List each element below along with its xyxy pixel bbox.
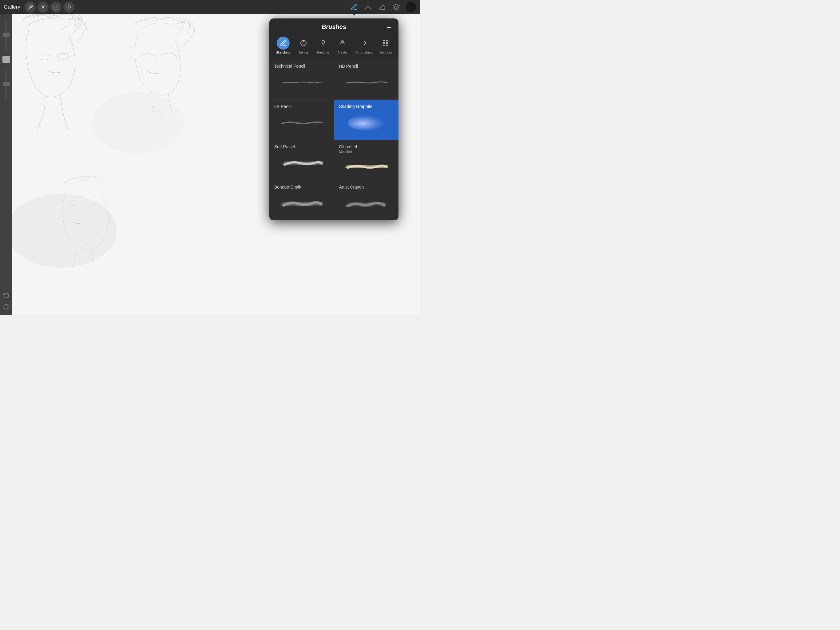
- brush-oil-pastel-name: Oil pastel: [339, 144, 394, 149]
- brush-technical-pencil[interactable]: Technical Pencil: [269, 59, 334, 99]
- tab-artistic[interactable]: Artistic: [333, 35, 351, 55]
- brush-soft-pastel[interactable]: Soft Pastel: [269, 140, 334, 180]
- brush-oil-pastel-sub: Modified: [339, 150, 394, 154]
- svg-rect-12: [386, 41, 388, 43]
- tab-airbrushing-label: Airbrushing: [355, 51, 373, 54]
- left-sidebar: [0, 14, 12, 315]
- toolbar-right: [348, 1, 416, 13]
- user-avatar[interactable]: [406, 2, 416, 12]
- brush-oil-pastel[interactable]: Oil pastel Modified: [334, 140, 399, 180]
- pencil-tool-button[interactable]: [348, 1, 360, 13]
- brush-hb-pencil[interactable]: HB Pencil: [334, 59, 399, 99]
- brushes-panel: Brushes + Sketching Inking: [269, 19, 398, 220]
- brush-shading-graphite-preview: [339, 109, 394, 136]
- svg-point-2: [6, 194, 117, 268]
- svg-point-18: [312, 203, 313, 203]
- adjust-button[interactable]: [38, 2, 49, 13]
- brush-technical-pencil-preview: [274, 69, 329, 96]
- layers-tool-button[interactable]: [390, 1, 402, 13]
- svg-point-4: [43, 6, 44, 8]
- brush-6b-pencil-name: 6B Pencil: [274, 104, 329, 109]
- category-tabs: Sketching Inking Painting: [269, 33, 398, 59]
- tab-artistic-label: Artistic: [337, 51, 347, 54]
- wrench-button[interactable]: [25, 2, 36, 13]
- brush-bonobo-chalk[interactable]: Bonobo Chalk: [269, 180, 334, 220]
- smudge-tool-button[interactable]: [362, 1, 374, 13]
- tab-textures[interactable]: Textures: [377, 35, 395, 55]
- tab-airbrushing[interactable]: Airbrushing: [353, 35, 375, 55]
- brush-soft-pastel-name: Soft Pastel: [274, 144, 329, 149]
- svg-marker-7: [393, 4, 399, 7]
- top-toolbar: Gallery: [0, 0, 420, 14]
- brush-size-thumb[interactable]: [3, 33, 9, 37]
- brush-size-slider[interactable]: [5, 20, 7, 51]
- sidebar-color-swatch[interactable]: [2, 56, 10, 63]
- panel-add-button[interactable]: +: [384, 23, 393, 32]
- tab-sketching[interactable]: Sketching: [273, 35, 293, 55]
- svg-rect-14: [383, 44, 385, 46]
- tab-painting[interactable]: Painting: [314, 35, 332, 55]
- brush-bonobo-chalk-preview: [274, 190, 329, 217]
- brush-artist-crayon-name: Artist Crayon: [339, 185, 394, 190]
- opacity-slider[interactable]: [5, 70, 7, 100]
- svg-point-3: [92, 92, 185, 154]
- brush-shading-graphite[interactable]: Shading Graphite: [334, 100, 399, 140]
- undo-button[interactable]: [2, 291, 11, 300]
- svg-point-17: [304, 204, 305, 205]
- tab-textures-label: Textures: [379, 51, 392, 54]
- panel-header: Brushes +: [269, 19, 398, 33]
- svg-point-16: [297, 202, 297, 203]
- brush-hb-pencil-name: HB Pencil: [339, 64, 394, 69]
- opacity-thumb[interactable]: [3, 82, 9, 86]
- brush-6b-pencil[interactable]: 6B Pencil: [269, 100, 334, 140]
- selection-button[interactable]: [51, 2, 62, 13]
- brush-technical-pencil-name: Technical Pencil: [274, 64, 329, 69]
- svg-point-0: [39, 54, 50, 60]
- brush-soft-pastel-preview: [274, 150, 329, 176]
- brush-hb-pencil-preview: [339, 69, 394, 96]
- tab-sketching-label: Sketching: [276, 51, 291, 54]
- svg-rect-11: [383, 41, 385, 43]
- brush-6b-pencil-preview: [274, 109, 329, 136]
- brush-oil-pastel-preview: [339, 156, 394, 176]
- brush-bonobo-chalk-name: Bonobo Chalk: [274, 185, 329, 190]
- brush-artist-crayon-preview: [339, 190, 394, 217]
- redo-button[interactable]: [2, 302, 11, 311]
- svg-point-1: [57, 53, 69, 59]
- transform-button[interactable]: [63, 2, 74, 13]
- svg-point-15: [289, 203, 290, 204]
- brush-shading-graphite-name: Shading Graphite: [339, 104, 394, 109]
- tab-inking[interactable]: Inking: [295, 35, 313, 55]
- svg-rect-13: [386, 44, 388, 46]
- tab-inking-label: Inking: [299, 51, 308, 54]
- brush-artist-crayon[interactable]: Artist Crayon: [334, 180, 399, 220]
- eraser-tool-button[interactable]: [376, 1, 388, 13]
- brush-grid: Technical Pencil HB Pencil 6B Pencil: [269, 59, 398, 220]
- tab-painting-label: Painting: [317, 51, 329, 54]
- gallery-button[interactable]: Gallery: [4, 4, 20, 10]
- panel-title: Brushes: [322, 24, 346, 30]
